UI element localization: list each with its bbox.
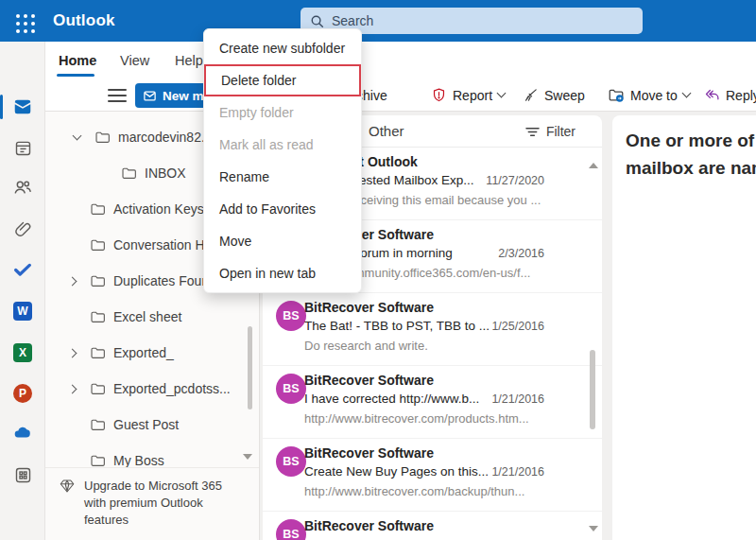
scroll-down-arrow-icon[interactable] — [243, 454, 252, 460]
tab-view[interactable]: View — [120, 42, 149, 79]
message-sender: BitRecover Software — [304, 518, 541, 533]
top-app-bar: Outlook — [0, 0, 756, 42]
folder-icon — [90, 381, 106, 397]
powerpoint-icon[interactable]: P — [0, 377, 45, 409]
word-icon[interactable]: W — [0, 295, 45, 327]
sweep-broom-icon — [523, 87, 539, 103]
ribbon-tabs: Home View Help — [45, 42, 756, 79]
envelope-icon — [143, 89, 157, 103]
chevron-right-icon[interactable] — [69, 386, 90, 392]
onedrive-icon[interactable] — [0, 417, 45, 449]
report-label: Report — [453, 88, 492, 103]
message-sender: BitRecover Software — [304, 300, 541, 315]
menu-item-add-to-favorites[interactable]: Add to Favorites — [204, 193, 361, 225]
folder-icon — [90, 309, 106, 325]
folder-icon — [121, 165, 137, 182]
reply-all-icon — [704, 87, 720, 103]
todo-icon[interactable] — [0, 253, 45, 286]
message-row[interactable]: BS BitRecover Software For content page … — [263, 512, 602, 540]
message-date: 11/27/2020 — [467, 174, 544, 187]
upgrade-text: Upgrade to Microsoft 365 with premium Ou… — [84, 478, 235, 529]
search-icon — [310, 14, 324, 28]
folder-context-menu: Create new subfolder Delete folder Empty… — [203, 28, 362, 293]
folder-icon — [94, 130, 111, 146]
scroll-down-arrow-icon[interactable] — [589, 526, 598, 531]
menu-item-delete-folder[interactable]: Delete folder — [204, 64, 361, 96]
message-row[interactable]: BS BitRecover Software The Bat! - TBB to… — [263, 293, 602, 366]
reading-pane-title-line2: mailbox are named incorrectly — [626, 158, 756, 179]
folder-icon — [90, 237, 106, 253]
active-tab-underline — [57, 74, 94, 77]
avatar: BS — [276, 519, 306, 540]
message-preview: http://www.bitrecover.com/products.htm..… — [304, 411, 555, 426]
chevron-down-icon — [497, 89, 507, 98]
message-date: 2/3/2016 — [467, 247, 544, 260]
folder-exported-pcdotss[interactable]: Exported_pcdotss... — [45, 371, 259, 407]
folder-icon — [90, 273, 106, 289]
report-shield-icon — [431, 87, 447, 103]
premium-diamond-icon — [59, 478, 76, 495]
search-input[interactable] — [332, 13, 615, 28]
filter-button[interactable]: Filter — [525, 115, 576, 148]
sweep-button[interactable]: Sweep — [523, 79, 585, 111]
tab-help[interactable]: Help — [175, 42, 203, 79]
message-row[interactable]: BS BitRecover Software Create New Buy Pa… — [263, 439, 602, 512]
chevron-down-icon — [681, 89, 691, 98]
excel-icon[interactable]: X — [0, 337, 45, 369]
app-title: Outlook — [53, 0, 115, 42]
toolbar: New mail Archive Report Sweep Move to Re… — [45, 79, 756, 112]
message-date: 1/25/2016 — [467, 320, 544, 333]
avatar: BS — [276, 301, 306, 331]
message-date: 1/21/2016 — [467, 465, 544, 479]
message-sender: BitRecover Software — [304, 373, 541, 388]
move-folder-icon — [608, 87, 625, 104]
avatar: BS — [276, 446, 306, 477]
folder-pane-scrollbar[interactable] — [248, 326, 252, 409]
move-to-label: Move to — [630, 88, 678, 103]
scroll-up-arrow-icon[interactable] — [589, 163, 598, 168]
folder-exported[interactable]: Exported_ — [45, 335, 259, 371]
folder-icon — [90, 345, 106, 361]
message-row[interactable]: BS BitRecover Software I have corrected … — [263, 366, 602, 439]
collapse-folder-pane-icon[interactable] — [108, 84, 132, 107]
menu-item-move[interactable]: Move — [204, 225, 361, 257]
chevron-right-icon[interactable] — [69, 278, 90, 285]
report-button[interactable]: Report — [431, 79, 505, 111]
chevron-right-icon[interactable] — [69, 350, 90, 357]
message-date: 1/21/2016 — [467, 392, 544, 406]
more-apps-icon[interactable] — [0, 459, 45, 491]
upgrade-banner[interactable]: Upgrade to Microsoft 365 with premium Ou… — [45, 467, 259, 534]
message-preview: Do research and write. — [304, 339, 555, 353]
folder-icon — [90, 417, 106, 433]
filter-icon — [525, 126, 540, 138]
reply-all-label: Reply all — [726, 88, 756, 103]
app-rail: W X P — [0, 42, 45, 540]
menu-item-rename[interactable]: Rename — [204, 161, 361, 193]
menu-item-empty-folder: Empty folder — [204, 96, 361, 129]
folder-excel-sheet[interactable]: Excel sheet — [45, 299, 259, 335]
sweep-label: Sweep — [544, 88, 585, 103]
reply-all-button[interactable]: Reply all — [704, 79, 756, 111]
people-icon[interactable] — [0, 171, 45, 203]
mail-icon[interactable] — [0, 91, 45, 123]
chevron-down-icon[interactable] — [74, 135, 94, 139]
outlook-window: Outlook W X P — [0, 0, 756, 540]
menu-item-open-in-new-tab[interactable]: Open in new tab — [204, 257, 361, 289]
folder-guest-post[interactable]: Guest Post — [45, 407, 259, 443]
avatar: BS — [276, 374, 306, 404]
folder-icon — [90, 201, 106, 218]
folder-icon — [90, 453, 106, 469]
tab-other[interactable]: Other — [369, 115, 404, 148]
message-list-scrollbar[interactable] — [590, 350, 595, 429]
reading-pane: One or more of the folders in your mailb… — [612, 115, 756, 540]
attachments-icon[interactable] — [0, 213, 45, 245]
menu-item-create-new-subfolder[interactable]: Create new subfolder — [204, 32, 361, 64]
app-launcher-icon[interactable] — [8, 6, 38, 36]
message-sender: BitRecover Software — [304, 445, 541, 461]
filter-label: Filter — [546, 124, 576, 139]
message-preview: http://www.bitrecover.com/backup/thun... — [304, 484, 555, 498]
calendar-icon[interactable] — [0, 131, 45, 164]
move-to-button[interactable]: Move to — [608, 79, 690, 111]
menu-item-mark-all-as-read: Mark all as read — [204, 129, 361, 161]
reading-pane-title-line1: One or more of the folders in your — [626, 131, 756, 151]
